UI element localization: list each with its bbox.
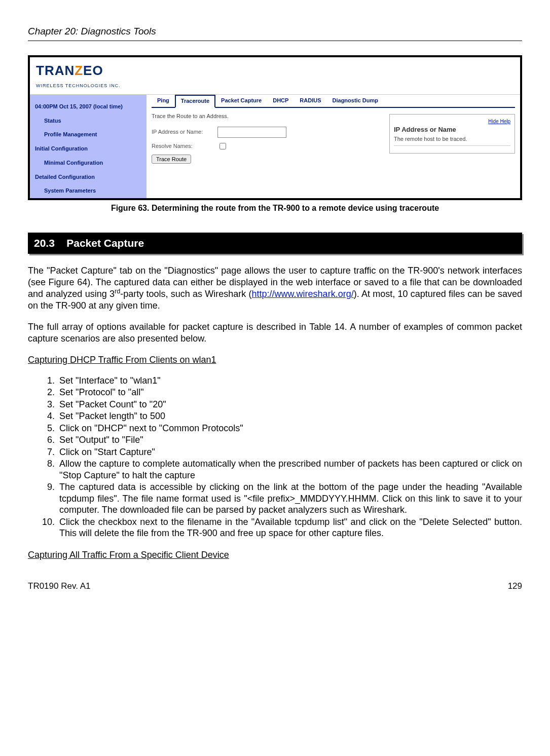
wireshark-link[interactable]: http://www.wireshark.org/ bbox=[252, 289, 354, 299]
step-item: The captured data is accessible by click… bbox=[57, 481, 522, 516]
subheading-2: Capturing All Traffic From a Specific Cl… bbox=[28, 549, 522, 561]
sidebar-item-sysparam[interactable]: System Parameters bbox=[30, 184, 146, 198]
sidebar-item-initial[interactable]: Initial Configuration bbox=[30, 142, 146, 156]
step-item: Set "Output" to "File" bbox=[57, 434, 522, 446]
section-number: 20.3 bbox=[34, 237, 55, 249]
footer-right: 129 bbox=[508, 581, 522, 591]
tab-dhcp[interactable]: DHCP bbox=[267, 95, 294, 107]
sidebar-item-status[interactable]: Status bbox=[30, 114, 146, 128]
section-title: Packet Capture bbox=[66, 237, 144, 249]
screenshot-main: Ping Traceroute Packet Capture DHCP RADI… bbox=[146, 95, 520, 198]
help-title: IP Address or Name bbox=[394, 126, 510, 134]
help-text: The remote host to be traced. bbox=[394, 136, 510, 143]
trace-route-button[interactable]: Trace Route bbox=[152, 155, 191, 164]
help-panel: Hide Help IP Address or Name The remote … bbox=[389, 114, 515, 154]
sidebar-clock: 04:00PM Oct 15, 2007 (local time) bbox=[30, 100, 146, 114]
screenshot-figure: TRANZEO WIRELESS TECHNOLOGIES INC. 04:00… bbox=[28, 55, 522, 200]
paragraph-2: The full array of options available for … bbox=[28, 321, 522, 344]
screenshot-sidebar: 04:00PM Oct 15, 2007 (local time) Status… bbox=[30, 95, 146, 198]
steps-list: Set "Interface" to "wlan1" Set "Protocol… bbox=[28, 375, 522, 539]
label-ip: IP Address or Name: bbox=[152, 129, 217, 136]
para1b: -party tools, such as Wireshark ( bbox=[120, 289, 251, 299]
step-item: Allow the capture to complete automatica… bbox=[57, 458, 522, 481]
step-item: Click on "DHCP" next to "Common Protocol… bbox=[57, 423, 522, 434]
label-resolve: Resolve Names: bbox=[152, 143, 217, 150]
step-item: Set "Interface" to "wlan1" bbox=[57, 375, 522, 387]
tab-ping[interactable]: Ping bbox=[152, 95, 175, 107]
tab-bar: Ping Traceroute Packet Capture DHCP RADI… bbox=[152, 95, 515, 108]
tab-diag-dump[interactable]: Diagnostic Dump bbox=[327, 95, 384, 107]
step-item: Set "Protocol" to "all" bbox=[57, 387, 522, 398]
section-heading: 20.3 Packet Capture bbox=[28, 233, 522, 254]
logo-text: TRANZEO bbox=[36, 63, 103, 78]
figure-caption: Figure 63. Determining the route from th… bbox=[28, 203, 522, 213]
step-item: Set "Packet length" to 500 bbox=[57, 410, 522, 422]
logo-bar: TRANZEO WIRELESS TECHNOLOGIES INC. bbox=[30, 57, 520, 95]
subheading-1: Capturing DHCP Traffic From Clients on w… bbox=[28, 354, 522, 366]
ip-input[interactable] bbox=[217, 127, 286, 138]
sidebar-item-minimal[interactable]: Minimal Configuration bbox=[30, 156, 146, 170]
sidebar-item-detailed[interactable]: Detailed Configuration bbox=[30, 170, 146, 184]
hide-help-link[interactable]: Hide Help bbox=[488, 119, 510, 125]
page-footer: TR0190 Rev. A1 129 bbox=[28, 581, 522, 591]
step-item: Click the checkbox next to the filename … bbox=[57, 516, 522, 539]
chapter-header: Chapter 20: Diagnostics Tools bbox=[28, 25, 522, 41]
tab-traceroute[interactable]: Traceroute bbox=[175, 95, 215, 108]
tab-packet-capture[interactable]: Packet Capture bbox=[215, 95, 267, 107]
step-item: Set "Packet Count" to "20" bbox=[57, 399, 522, 410]
step-item: Click on "Start Capture" bbox=[57, 446, 522, 458]
logo-subtext: WIRELESS TECHNOLOGIES INC. bbox=[36, 83, 121, 88]
resolve-checkbox[interactable] bbox=[219, 143, 226, 149]
paragraph-1: The "Packet Capture" tab on the "Diagnos… bbox=[28, 265, 522, 311]
sidebar-item-profile[interactable]: Profile Management bbox=[30, 128, 146, 142]
footer-left: TR0190 Rev. A1 bbox=[28, 581, 90, 591]
tab-radius[interactable]: RADIUS bbox=[294, 95, 326, 107]
